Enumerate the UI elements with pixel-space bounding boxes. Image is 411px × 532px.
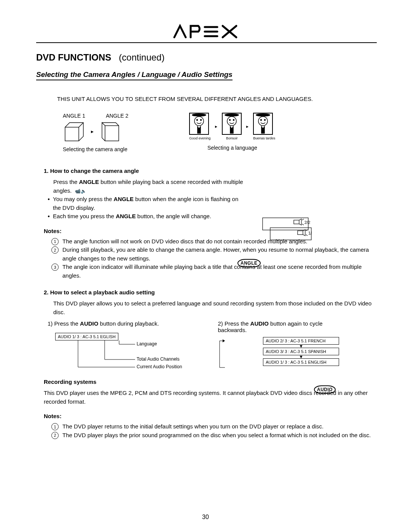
svg-point-18 (261, 120, 262, 121)
note-item: 2During still playback, you are able to … (51, 246, 377, 263)
svg-rect-7 (105, 126, 119, 141)
angle-button: ANGLE (237, 259, 261, 267)
svg-line-27 (306, 235, 307, 236)
note-item: 3The angle icon indicator will illuminat… (51, 263, 377, 280)
page-number: 30 (0, 514, 411, 521)
svg-line-23 (302, 219, 304, 220)
down-arrow-icon: ▼ (226, 344, 377, 348)
section1-p1: Press the ANGLE button while playing bac… (53, 178, 251, 195)
divider (36, 42, 377, 43)
circled-1-icon: 1 (51, 238, 59, 245)
osd-top: 2/2 (304, 220, 310, 225)
recording-heading: Recording systems (44, 379, 377, 385)
cycle-diagram: AUDIO 2/ 3 : AC-3 5.1 FRENCH ▼ AUDIO 3/ … (226, 337, 377, 366)
cube-icon (100, 120, 122, 142)
intro-text: THIS UNIT ALLOWS YOU TO SELECT FROM SEVE… (57, 96, 377, 102)
title-cont: (continued) (119, 52, 164, 62)
angle-osd-illustration: 2/2 1/2 (259, 217, 312, 249)
page-title: DVD FUNCTIONS (continued) (36, 52, 377, 63)
section1-heading: 1. How to change the camera angle (44, 168, 377, 174)
lang-label-3: Buenas tardes (253, 136, 275, 140)
circled-3-icon: 3 (51, 264, 59, 271)
svg-point-14 (229, 120, 231, 121)
svg-point-17 (258, 117, 268, 126)
svg-point-10 (197, 120, 198, 121)
lang-card (253, 113, 273, 135)
audio-button-illustration: AUDIO (314, 385, 336, 394)
svg-line-6 (79, 123, 83, 127)
bullet: You may only press the ANGLE button when… (48, 195, 377, 212)
note-item: 2The DVD player plays the prior sound pr… (51, 431, 377, 440)
audio-diagram: AUDIO 1/ 3 : AC-3 5.1 EGLISH Language To… (55, 331, 207, 373)
arrow-icon: ▸ (91, 128, 94, 134)
section2-heading: 2. How to select a playback audio settin… (44, 289, 377, 296)
circled-2-icon: 2 (51, 246, 59, 254)
figures-row: ANGLE 1 ANGLE 2 ▸ (63, 113, 377, 152)
section2-p1: This DVD player allows you to select a p… (53, 299, 373, 316)
notes-heading: Notes: (44, 228, 377, 234)
diag-label-channels: Total Audio Channels (137, 356, 180, 362)
svg-point-11 (201, 120, 202, 121)
svg-rect-25 (298, 231, 303, 235)
diag-label-pos: Current Audio Position (137, 364, 182, 369)
down-arrow-icon: ▼ (226, 355, 377, 359)
lang-label-1: Good evening (189, 136, 210, 140)
svg-point-13 (227, 117, 236, 126)
svg-point-9 (194, 117, 204, 126)
svg-rect-22 (294, 220, 299, 224)
notes2-heading: Notes: (44, 413, 377, 419)
svg-point-16 (256, 114, 270, 116)
svg-rect-5 (65, 127, 79, 141)
angle-figure: ANGLE 1 ANGLE 2 ▸ (63, 113, 128, 152)
circled-1-icon: 1 (51, 423, 59, 430)
svg-point-15 (233, 120, 234, 121)
cycle-box: AUDIO 1/ 3 : AC-3 5.1 ENGLISH (263, 358, 339, 366)
svg-point-12 (225, 114, 239, 116)
angle-button-illustration: ANGLE (237, 259, 261, 267)
camera-speaker-icon: 📹🔈 (75, 189, 86, 194)
lang-fig-caption: Selecting a language (189, 145, 275, 151)
audio-steps-row: 1) Press the AUDIO button during playbac… (48, 320, 377, 373)
diag-label-lang: Language (137, 341, 157, 347)
cube-icon (63, 120, 85, 142)
audio-step-1: 1) Press the AUDIO button during playbac… (48, 320, 207, 373)
note-item: 1The angle function will not work on DVD… (51, 237, 377, 246)
svg-point-8 (192, 114, 206, 116)
bullet: Each time you press the ANGLE button, th… (48, 212, 377, 221)
circled-2-icon: 2 (51, 432, 59, 439)
arrow-icon: ▸ (246, 124, 249, 129)
arrow-icon: ▸ (215, 124, 217, 129)
audio-step-2: 2) Press the AUDIO button again to cycle… (218, 320, 377, 373)
svg-line-24 (302, 224, 304, 225)
brand-logo (36, 23, 377, 39)
title-main: DVD FUNCTIONS (36, 52, 111, 62)
angle2-label: ANGLE 2 (106, 113, 128, 119)
note-item: 1The DVD player returns to the initial d… (51, 422, 377, 431)
language-figure: Good evening ▸ Bonsoir ▸ Buenas tardes (189, 113, 275, 151)
manual-page: DVD FUNCTIONS (continued) Selecting the … (0, 0, 411, 532)
audio-button: AUDIO (314, 385, 336, 394)
lang-card (222, 113, 242, 135)
lang-card (189, 113, 209, 135)
angle1-label: ANGLE 1 (63, 113, 85, 119)
svg-point-19 (264, 120, 266, 121)
bullet-dot-icon (48, 195, 50, 204)
lang-label-2: Bonsoir (222, 136, 242, 140)
section-subtitle: Selecting the Camera Angles / Language /… (36, 70, 233, 80)
osd-bot: 1/2 (308, 231, 312, 235)
bullet-dot-icon (48, 212, 50, 221)
angle-fig-caption: Selecting the camera angle (63, 146, 128, 152)
